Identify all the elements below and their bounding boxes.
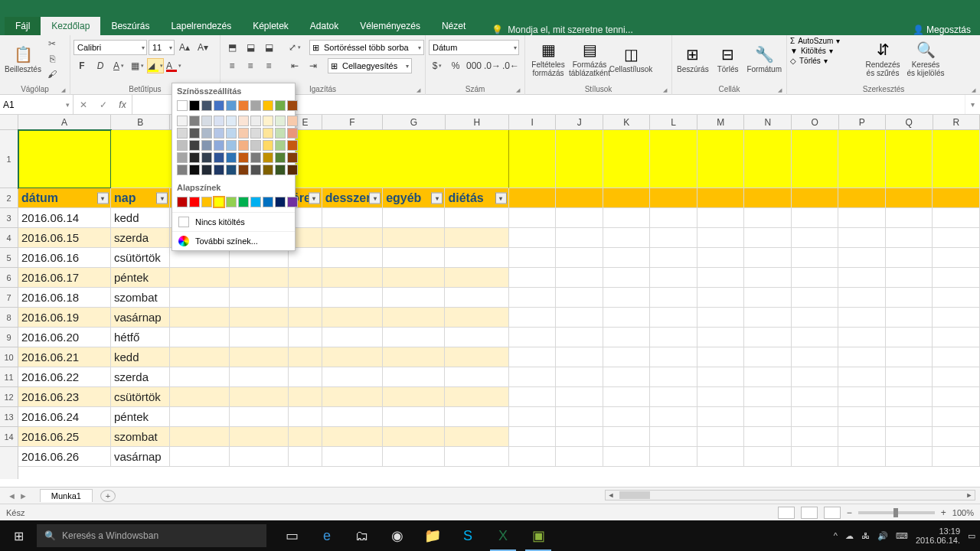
tray-chevron-icon[interactable]: ^ xyxy=(834,531,838,540)
color-swatch[interactable] xyxy=(214,197,224,207)
cell[interactable] xyxy=(886,407,933,427)
col-head-O[interactable]: O xyxy=(792,115,839,129)
color-swatch[interactable] xyxy=(177,197,188,207)
cell[interactable] xyxy=(792,407,839,427)
cell[interactable] xyxy=(697,228,745,248)
horizontal-scrollbar[interactable]: ◄► xyxy=(605,490,975,500)
cell[interactable] xyxy=(322,387,383,407)
cell[interactable] xyxy=(838,268,886,288)
color-swatch[interactable] xyxy=(238,197,249,207)
cell[interactable] xyxy=(650,228,697,248)
notifications-icon[interactable]: ▭ xyxy=(968,531,975,541)
cell[interactable] xyxy=(933,130,980,188)
cell[interactable] xyxy=(230,268,289,288)
cell[interactable] xyxy=(650,347,697,367)
cell[interactable] xyxy=(697,208,745,228)
tab-képletek[interactable]: Képletek xyxy=(242,17,299,35)
name-box[interactable]: A1 xyxy=(0,95,74,114)
color-swatch[interactable] xyxy=(214,165,224,175)
cell[interactable]: csütörtök xyxy=(111,387,170,407)
cell[interactable] xyxy=(509,308,557,328)
cell[interactable] xyxy=(886,447,933,467)
cell[interactable] xyxy=(792,208,839,228)
color-swatch[interactable] xyxy=(201,100,212,111)
color-swatch[interactable] xyxy=(226,100,237,111)
sheet-nav-prev[interactable]: ◄ xyxy=(8,491,16,500)
color-swatch[interactable] xyxy=(287,197,298,207)
cell[interactable]: 2016.06.23 xyxy=(18,387,111,407)
cell[interactable]: 2016.06.22 xyxy=(18,367,111,387)
cell[interactable] xyxy=(838,130,886,188)
cell[interactable] xyxy=(170,328,229,347)
color-swatch[interactable] xyxy=(263,116,273,126)
cell[interactable] xyxy=(322,427,383,447)
cell[interactable] xyxy=(509,248,557,268)
cell[interactable] xyxy=(18,130,111,188)
color-swatch[interactable] xyxy=(275,140,286,151)
color-swatch[interactable] xyxy=(250,197,261,207)
indent-decrease-button[interactable]: ⇤ xyxy=(286,58,303,73)
cell[interactable] xyxy=(322,367,383,387)
merge-button[interactable]: Cellaegyesítés xyxy=(328,58,412,73)
cell[interactable]: szombat xyxy=(111,427,170,447)
cell[interactable] xyxy=(838,347,886,367)
row-head-8[interactable]: 8 xyxy=(0,308,18,328)
number-format-combo[interactable]: Dátum xyxy=(429,40,519,55)
cell[interactable] xyxy=(556,288,603,308)
cell[interactable] xyxy=(509,427,557,447)
cell[interactable]: csütörtök xyxy=(111,248,170,268)
cell[interactable] xyxy=(556,268,603,288)
file-explorer-icon[interactable]: 🗂 xyxy=(345,520,380,551)
cell[interactable] xyxy=(792,387,839,407)
cell[interactable] xyxy=(383,268,445,288)
cell[interactable] xyxy=(509,328,557,347)
tab-nézet[interactable]: Nézet xyxy=(431,17,476,35)
color-swatch[interactable] xyxy=(250,165,261,175)
cell[interactable] xyxy=(886,130,933,188)
filter-button[interactable]: ▾ xyxy=(369,192,381,204)
format-cells-button[interactable]: 🔧Formátum xyxy=(745,37,783,81)
cell[interactable] xyxy=(744,387,792,407)
page-break-view-button[interactable] xyxy=(824,507,841,519)
cell[interactable] xyxy=(383,347,445,367)
color-swatch[interactable] xyxy=(177,128,188,139)
cell[interactable] xyxy=(744,328,792,347)
excel-icon[interactable]: X xyxy=(485,520,521,551)
cell[interactable] xyxy=(792,447,839,467)
spreadsheet-grid[interactable]: ABCDEFGHIJKLMNOPQR 1234567891011121314 d… xyxy=(0,115,980,479)
cell[interactable] xyxy=(556,347,603,367)
cell[interactable] xyxy=(792,248,839,268)
cell[interactable] xyxy=(289,347,322,367)
col-head-I[interactable]: I xyxy=(509,115,557,129)
font-size-combo[interactable]: 11 xyxy=(149,40,175,55)
cell[interactable] xyxy=(322,228,383,248)
cell[interactable] xyxy=(322,248,383,268)
filter-button[interactable]: ▾ xyxy=(431,192,443,204)
no-fill-option[interactable]: Nincs kitöltés xyxy=(172,212,295,231)
cell[interactable] xyxy=(697,407,745,427)
tab-beszúrás[interactable]: Beszúrás xyxy=(100,17,160,35)
cell-styles-button[interactable]: ◫Cellastílusok xyxy=(611,37,651,81)
cell[interactable] xyxy=(933,248,980,268)
color-swatch[interactable] xyxy=(226,128,237,139)
cell[interactable] xyxy=(445,407,508,427)
cell[interactable] xyxy=(744,288,792,308)
cell[interactable]: kedd xyxy=(111,347,170,367)
cell[interactable] xyxy=(445,130,508,188)
cell[interactable] xyxy=(838,248,886,268)
folder-icon[interactable]: 📁 xyxy=(415,520,450,551)
cell[interactable] xyxy=(170,308,229,328)
tab-véleményezés[interactable]: Véleményezés xyxy=(349,17,431,35)
color-swatch[interactable] xyxy=(177,116,188,126)
cell[interactable] xyxy=(603,188,651,208)
increase-decimal-button[interactable]: .0→ xyxy=(484,58,501,73)
system-tray[interactable]: ^ ☁ 🖧 🔊 ⌨ 13:19 2016.06.14. ▭ xyxy=(834,527,980,545)
cell[interactable] xyxy=(603,248,651,268)
sheet-tab[interactable]: Munka1 xyxy=(40,489,93,502)
cell[interactable] xyxy=(838,447,886,467)
cell[interactable] xyxy=(230,387,289,407)
cell[interactable] xyxy=(933,347,980,367)
wrap-text-button[interactable]: Sortöréssel több sorba xyxy=(309,40,424,55)
share-button[interactable]: 👤 Megosztás xyxy=(913,24,971,35)
color-swatch[interactable] xyxy=(275,197,286,207)
